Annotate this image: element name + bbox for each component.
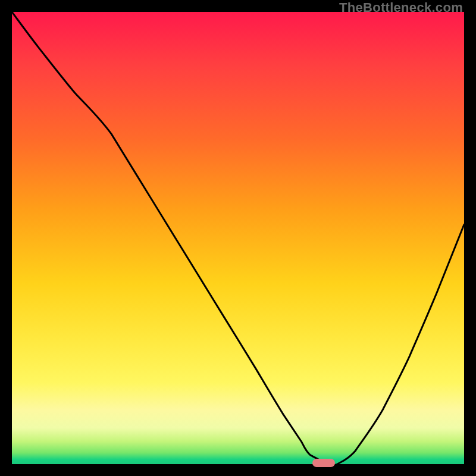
optimal-marker [312, 459, 335, 467]
bottleneck-curve [12, 12, 464, 464]
curve-path [12, 12, 464, 464]
chart-container: TheBottleneck.com [0, 0, 476, 476]
plot-area [12, 12, 464, 464]
